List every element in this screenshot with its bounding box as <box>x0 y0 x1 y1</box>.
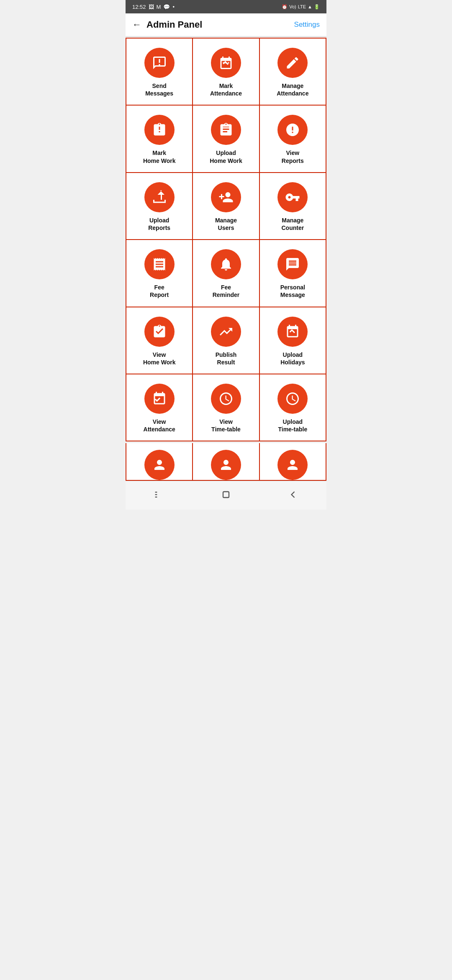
receipt-icon <box>144 249 175 279</box>
grid-item-label-send-messages: Send Messages <box>145 82 173 97</box>
partial-item-partial-2[interactable] <box>193 443 259 481</box>
grid-item-label-fee-reminder: Fee Reminder <box>213 284 240 299</box>
partial-item-partial-1[interactable] <box>126 443 193 481</box>
grid-item-manage-attendance[interactable]: Manage Attendance <box>260 39 326 106</box>
trending-up-icon <box>211 317 241 347</box>
clipboard-checked-icon <box>144 317 175 347</box>
nav-back-button[interactable] <box>284 485 302 504</box>
gallery-icon: 🖼 <box>149 4 154 10</box>
status-bar: 12:52 🖼 M 💬 • ⏰ Vo) LTE ▲ 🔋 <box>126 0 326 13</box>
time: 12:52 <box>132 4 146 10</box>
upload-arrow-icon <box>144 182 175 212</box>
partial-row <box>126 443 326 481</box>
grid-item-view-homework[interactable]: View Home Work <box>126 307 193 374</box>
grid-item-fee-report[interactable]: Fee Report <box>126 240 193 307</box>
grid-item-upload-timetable[interactable]: Upload Time-table <box>260 374 326 441</box>
calendar-check-icon <box>211 48 241 78</box>
admin-grid: Send MessagesMark AttendanceManage Atten… <box>126 38 326 441</box>
chat-icon: 💬 <box>163 4 170 10</box>
header: ← Admin Panel Settings <box>126 13 326 36</box>
grid-item-label-manage-attendance: Manage Attendance <box>277 82 308 97</box>
grid-item-upload-homework[interactable]: Upload Home Work <box>193 106 259 173</box>
grid-item-mark-attendance[interactable]: Mark Attendance <box>193 39 259 106</box>
grid-item-label-manage-users: Manage Users <box>215 217 237 232</box>
grid-item-label-view-attendance: View Attendance <box>144 418 175 433</box>
mail-icon: M <box>157 4 161 10</box>
grid-item-label-fee-report: Fee Report <box>150 284 169 299</box>
grid-item-label-mark-homework: Mark Home Work <box>143 149 176 164</box>
add-person-icon <box>211 182 241 212</box>
grid-item-manage-counter[interactable]: Manage Counter <box>260 173 326 240</box>
pencil-icon <box>277 48 308 78</box>
grid-item-manage-users[interactable]: Manage Users <box>193 173 259 240</box>
grid-item-label-upload-homework: Upload Home Work <box>210 149 242 164</box>
message-icon <box>144 48 175 78</box>
grid-item-label-view-reports: View Reports <box>282 149 304 164</box>
grid-item-label-personal-message: Personal Message <box>280 284 305 299</box>
clock2-icon <box>277 384 308 414</box>
grid-item-label-mark-attendance: Mark Attendance <box>210 82 242 97</box>
grid-item-label-upload-holidays: Upload Holidays <box>280 351 305 366</box>
partial-item-partial-3[interactable] <box>260 443 326 481</box>
grid-item-label-manage-counter: Manage Counter <box>281 217 304 232</box>
grid-item-personal-message[interactable]: Personal Message <box>260 240 326 307</box>
grid-item-send-messages[interactable]: Send Messages <box>126 39 193 106</box>
calendar-tick-icon <box>144 384 175 414</box>
grid-item-publish-result[interactable]: Publish Result <box>193 307 259 374</box>
battery-icon: 🔋 <box>314 4 320 10</box>
settings-button[interactable]: Settings <box>294 21 320 29</box>
clipboard-exclaim-icon <box>144 115 175 145</box>
grid-item-label-upload-timetable: Upload Time-table <box>278 418 307 433</box>
partial-icon-person2 <box>211 450 241 480</box>
nav-home-button[interactable] <box>217 485 235 504</box>
bottom-nav <box>126 481 326 510</box>
exclaim-circle-icon <box>277 115 308 145</box>
grid-item-view-timetable[interactable]: View Time-table <box>193 374 259 441</box>
vol-icon: Vo) <box>289 4 296 9</box>
key-icon <box>277 182 308 212</box>
svg-rect-3 <box>223 492 229 498</box>
partial-icon-person <box>144 450 175 480</box>
calendar-checked-icon <box>277 317 308 347</box>
grid-item-view-attendance[interactable]: View Attendance <box>126 374 193 441</box>
grid-item-mark-homework[interactable]: Mark Home Work <box>126 106 193 173</box>
grid-item-view-reports[interactable]: View Reports <box>260 106 326 173</box>
grid-item-label-publish-result: Publish Result <box>216 351 237 366</box>
grid-item-label-view-homework: View Home Work <box>143 351 176 366</box>
clock-icon <box>211 384 241 414</box>
nav-menu-button[interactable] <box>150 485 168 504</box>
bell-icon <box>211 249 241 279</box>
status-right: ⏰ Vo) LTE ▲ 🔋 <box>282 4 320 10</box>
page-title: Admin Panel <box>146 19 294 30</box>
grid-item-fee-reminder[interactable]: Fee Reminder <box>193 240 259 307</box>
back-button[interactable]: ← <box>132 19 141 30</box>
clipboard-list-icon <box>211 115 241 145</box>
grid-item-label-view-timetable: View Time-table <box>211 418 241 433</box>
signal-icon: ▲ <box>308 4 312 9</box>
alarm-icon: ⏰ <box>282 4 288 10</box>
status-left: 12:52 🖼 M 💬 • <box>132 4 175 10</box>
grid-item-upload-reports[interactable]: Upload Reports <box>126 173 193 240</box>
partial-icon-person3 <box>277 450 308 480</box>
chat-lines-icon <box>277 249 308 279</box>
dot-icon: • <box>172 4 175 10</box>
lte-icon: LTE <box>298 4 306 9</box>
grid-item-upload-holidays[interactable]: Upload Holidays <box>260 307 326 374</box>
grid-item-label-upload-reports: Upload Reports <box>148 217 170 232</box>
